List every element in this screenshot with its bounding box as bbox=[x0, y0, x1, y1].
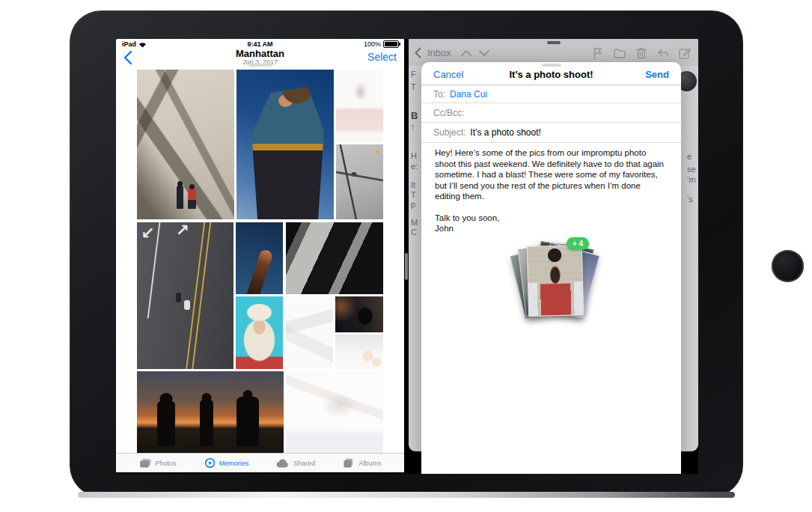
cancel-button[interactable]: Cancel bbox=[433, 69, 463, 80]
folder-icon[interactable] bbox=[612, 46, 627, 61]
home-button[interactable] bbox=[772, 250, 804, 282]
photo-thumbnail-sunset-silhouettes[interactable] bbox=[137, 371, 284, 453]
battery-percent: 100% bbox=[364, 40, 381, 48]
photo-thumbnail-hands-hair-selected[interactable] bbox=[286, 371, 383, 453]
split-view-drag-handle[interactable] bbox=[405, 253, 408, 280]
photo-figure bbox=[246, 249, 273, 294]
trash-icon[interactable] bbox=[634, 46, 649, 61]
photo-thumbnail-overpass[interactable] bbox=[286, 222, 383, 294]
background-email-fragment: e: bbox=[411, 162, 418, 171]
photo-figure bbox=[188, 189, 196, 209]
cc-bcc-field[interactable]: Cc/Bcc: bbox=[421, 103, 681, 123]
ipad-bottom-edge bbox=[78, 492, 735, 498]
body-signoff: Talk to you soon, bbox=[435, 213, 668, 224]
ipad-device-frame: iPad 9:41 AM 100% Manhattan Jun 3, 2017 … bbox=[70, 10, 743, 497]
stacked-photo-front bbox=[527, 245, 584, 317]
clock: 9:41 AM bbox=[116, 40, 404, 48]
photo-count-badge: + 4 bbox=[567, 237, 589, 250]
background-email-fragment: p bbox=[411, 200, 415, 209]
photos-icon bbox=[139, 458, 152, 469]
tab-photos[interactable]: Photos bbox=[139, 458, 177, 469]
compose-titlebar: Cancel It’s a photo shoot! Send bbox=[421, 62, 681, 85]
photo-thumbnail-dark-figure[interactable] bbox=[335, 296, 383, 332]
background-email-fragment: se bbox=[687, 165, 696, 174]
photo-thumbnail-red-portrait-selected[interactable] bbox=[336, 70, 383, 142]
inbox-back-button[interactable]: Inbox bbox=[427, 47, 451, 58]
photo-thumbnail-concrete-aerial[interactable] bbox=[336, 144, 383, 219]
background-email-fragment: B bbox=[411, 110, 418, 121]
background-email-fragment: F bbox=[411, 70, 416, 79]
back-chevron-button[interactable] bbox=[122, 50, 134, 65]
tab-label: Memories bbox=[219, 460, 249, 467]
body-signature: John bbox=[435, 223, 668, 234]
reply-icon[interactable] bbox=[656, 46, 671, 61]
photo-figure bbox=[200, 400, 213, 446]
dragged-photo-stack[interactable]: + 4 bbox=[504, 236, 616, 326]
photo-thumbnail-hand-sky[interactable] bbox=[236, 222, 283, 294]
background-email-fragment: ’m bbox=[687, 175, 696, 184]
photo-figure bbox=[250, 85, 324, 219]
albums-icon bbox=[343, 458, 355, 468]
background-email-fragment: ’s bbox=[687, 195, 693, 204]
tab-albums[interactable]: Albums bbox=[343, 458, 381, 468]
photo-thumbnail-low-angle-model[interactable] bbox=[236, 70, 334, 219]
subject-label: Subject: bbox=[433, 127, 465, 138]
shared-cloud-icon bbox=[276, 459, 290, 468]
inbox-back-chevron[interactable] bbox=[415, 47, 421, 58]
road-arrow: ↗ bbox=[176, 222, 189, 239]
body-paragraph: Hey! Here’s some of the pics from our im… bbox=[435, 147, 668, 202]
background-email-fragment: T bbox=[411, 82, 416, 91]
photo-thumbnail-geometric-selected[interactable] bbox=[286, 296, 333, 369]
send-button[interactable]: Send bbox=[645, 69, 669, 80]
cc-bcc-label: Cc/Bcc: bbox=[433, 108, 464, 118]
subject-value: It’s a photo shoot! bbox=[470, 127, 541, 138]
tab-memories[interactable]: Memories bbox=[204, 457, 249, 469]
photo-figure bbox=[157, 401, 175, 446]
compose-title: It’s a photo shoot! bbox=[466, 69, 636, 80]
background-email-fragment: M bbox=[411, 218, 418, 227]
photo-figure bbox=[176, 293, 181, 302]
photos-window-grabber[interactable] bbox=[249, 64, 272, 67]
photo-thumbnail-oranges-selected[interactable] bbox=[335, 335, 383, 369]
photos-tab-bar: Photos Memories Shared Albums bbox=[116, 453, 404, 472]
compose-sheet: Cancel It’s a photo shoot! Send To: Dana… bbox=[421, 62, 681, 474]
photo-thumbnail-wall-shadows[interactable] bbox=[137, 70, 234, 219]
tab-label: Shared bbox=[293, 460, 315, 467]
photo-figure bbox=[177, 186, 183, 209]
photo-thumbnail-blonde-portrait[interactable] bbox=[236, 296, 283, 369]
ipad-screen: iPad 9:41 AM 100% Manhattan Jun 3, 2017 … bbox=[116, 39, 698, 474]
to-recipient[interactable]: Dana Cui bbox=[450, 89, 487, 100]
tab-label: Photos bbox=[156, 460, 177, 467]
message-body[interactable]: Hey! Here’s some of the pics from our im… bbox=[435, 147, 668, 234]
select-button[interactable]: Select bbox=[367, 51, 397, 63]
background-email-fragment: H bbox=[411, 151, 417, 160]
background-email-fragment: e bbox=[687, 152, 692, 161]
road-arrow: ↙ bbox=[141, 225, 154, 242]
previous-message-chevron-up[interactable] bbox=[460, 49, 472, 57]
to-label: To: bbox=[433, 89, 445, 100]
mail-window-grabber[interactable] bbox=[547, 41, 561, 44]
road-line bbox=[185, 222, 212, 369]
tab-shared[interactable]: Shared bbox=[276, 459, 315, 468]
photo-thumbnail-street-aerial[interactable]: ↙ ↗ bbox=[137, 222, 233, 369]
photo-figure bbox=[184, 300, 190, 310]
compose-icon[interactable] bbox=[677, 46, 692, 61]
tab-label: Albums bbox=[358, 460, 381, 467]
photos-app: iPad 9:41 AM 100% Manhattan Jun 3, 2017 … bbox=[116, 39, 404, 472]
background-email-fragment: T bbox=[411, 190, 416, 199]
photo-figure bbox=[236, 397, 259, 446]
subject-field[interactable]: Subject: It’s a photo shoot! bbox=[421, 123, 681, 143]
battery-icon bbox=[383, 40, 399, 48]
background-email-fragment: It bbox=[411, 180, 415, 189]
background-email-fragment: T bbox=[411, 124, 415, 131]
memories-icon bbox=[204, 457, 216, 469]
flag-icon[interactable] bbox=[590, 46, 605, 61]
next-message-chevron-down[interactable] bbox=[478, 49, 490, 57]
memory-title: Manhattan bbox=[161, 49, 359, 58]
background-email-fragment: C bbox=[411, 228, 417, 237]
to-field[interactable]: To: Dana Cui bbox=[421, 85, 681, 103]
